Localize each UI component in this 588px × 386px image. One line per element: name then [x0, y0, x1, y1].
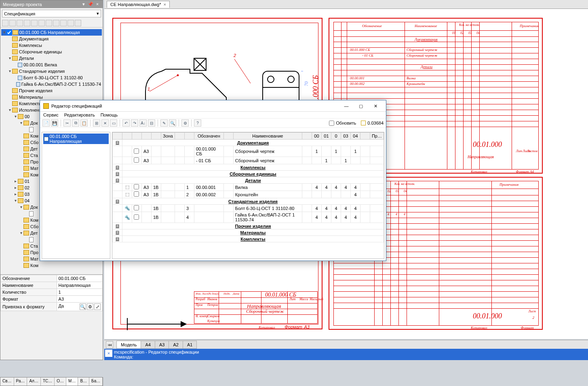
bottom-tab[interactable]: Ба… — [89, 378, 103, 386]
tree-row[interactable]: Гайка 6-Ан.Окс/ВАП-2-ОСТ 1 11530-74 — [1, 81, 102, 87]
close-icon[interactable]: × — [95, 2, 100, 6]
tree-row[interactable]: ▾Стандартные изделия — [1, 68, 102, 74]
view-tab[interactable]: A1 — [183, 341, 197, 349]
document-tab[interactable]: СЕ Направляющая.dwg* × — [107, 1, 170, 8]
tree-row[interactable]: ▾Детали — [1, 55, 102, 62]
pushpin-icon[interactable]: 📌 — [88, 2, 93, 7]
bottom-tab[interactable]: М… — [66, 378, 78, 386]
tool-zoom[interactable]: 🔍 — [169, 119, 176, 127]
menu-edit[interactable]: Редактировать — [64, 112, 95, 117]
tabs-nav-first[interactable]: ⏮ — [106, 341, 113, 348]
row-checkbox[interactable] — [134, 214, 139, 220]
tool-2[interactable] — [9, 20, 16, 26]
refresh-checkbox[interactable] — [329, 121, 334, 126]
bottom-tab[interactable]: Ал… — [27, 378, 41, 386]
tree-row[interactable]: Ком — [1, 262, 102, 269]
spec-table[interactable]: ЗонаОбозначенНаименование000100304Пр…⊟До… — [112, 132, 384, 259]
spec-row[interactable]: 🔩1В4Гайка 6-Ан.Окс/ВАП-2-ОСТ 1 11530-744… — [113, 212, 384, 223]
minimize-button[interactable]: — — [339, 102, 354, 110]
tool-11[interactable] — [75, 20, 81, 26]
tool-help[interactable]: ? — [194, 119, 201, 127]
bottom-tab[interactable]: Ис… — [103, 378, 103, 386]
row-checkbox[interactable] — [134, 191, 139, 197]
row-checkbox[interactable] — [134, 205, 139, 210]
panel-bottom-tabs[interactable]: Св…Ра…Ал…ТС…О…М…В…Ба…Ис… — [0, 377, 103, 386]
spec-row[interactable]: ⊟Материалы — [113, 229, 384, 236]
spec-row[interactable]: А3- 01 СБСборочный чертеж11 — [113, 157, 384, 164]
tool-7[interactable] — [46, 20, 52, 26]
tool-pen[interactable]: ✎ — [160, 119, 168, 127]
row-checkbox[interactable] — [134, 184, 139, 189]
row-checkbox[interactable] — [134, 148, 139, 154]
tool-copy[interactable]: ⧉ — [72, 119, 79, 127]
spec-row[interactable]: ⊟Стандартные изделия — [113, 198, 384, 205]
spec-row[interactable]: ⊟Сборочные единицы — [113, 171, 384, 177]
tool-sort[interactable]: A↓ — [139, 119, 147, 127]
prop-tool[interactable]: 🔍 — [80, 303, 86, 310]
tool-9[interactable] — [60, 20, 67, 26]
view-tab[interactable]: A4 — [141, 341, 155, 349]
bottom-tab[interactable]: ТС… — [41, 378, 55, 386]
bottom-tab[interactable]: Св… — [0, 378, 14, 386]
tree-row[interactable]: Документация — [1, 36, 102, 42]
panel-title-bar[interactable]: Менеджер проекта ▾ 📌 × — [0, 0, 103, 8]
tab-close-icon[interactable]: × — [163, 2, 166, 7]
view-tab[interactable]: Модель — [116, 341, 141, 349]
tool-del[interactable]: ✕ — [101, 119, 109, 127]
tool-3[interactable] — [17, 20, 23, 26]
spec-row[interactable]: ⊟Детали — [113, 177, 384, 184]
tool-cut[interactable]: ✂ — [63, 119, 71, 127]
tree-row[interactable]: Комплексы — [1, 42, 102, 49]
dialog-tree[interactable]: 00.01.000 СБ Направляющая — [42, 132, 110, 259]
svg-point-6 — [268, 76, 274, 83]
tool-save[interactable]: 💾 — [51, 119, 58, 127]
cmd-close-icon[interactable]: × — [105, 350, 112, 357]
tool-1[interactable] — [2, 20, 8, 26]
chevron-down-icon: ▾ — [97, 11, 99, 16]
tool-6[interactable] — [38, 20, 45, 26]
menu-help[interactable]: Помощь — [101, 112, 118, 117]
tool-grid[interactable]: ⊞ — [93, 119, 100, 127]
tree-row[interactable]: ▾00.01.000 СБ Направляющая — [1, 29, 102, 36]
spec-row[interactable]: ⊟Документация — [113, 140, 384, 146]
tool-10[interactable] — [67, 20, 74, 26]
tree-row[interactable]: Прочие изделия — [1, 87, 102, 94]
spec-type-combo[interactable]: Спецификация ▾ — [2, 10, 101, 17]
tool-paste[interactable]: 📋 — [80, 119, 88, 127]
tool-5[interactable] — [31, 20, 38, 26]
spec-row[interactable]: ⬚А31В200.00.002Кронштейн4 — [113, 191, 384, 198]
maximize-button[interactable]: ▢ — [354, 102, 368, 110]
bottom-tab[interactable]: О… — [55, 378, 66, 386]
bottom-tab[interactable]: В… — [78, 378, 89, 386]
pin-icon[interactable]: ▾ — [81, 2, 86, 7]
spec-row[interactable]: ⊟Прочие изделия — [113, 223, 384, 229]
view-tab[interactable]: A3 — [155, 341, 169, 349]
prop-tool[interactable]: ⤢ — [94, 303, 101, 310]
tool-redo[interactable]: ↷ — [131, 119, 138, 127]
close-button[interactable]: ✕ — [368, 102, 383, 110]
tool-8[interactable] — [53, 20, 59, 26]
row-checkbox[interactable] — [134, 157, 139, 163]
command-line[interactable]: × mcspecification - Редактор спецификаци… — [104, 349, 588, 360]
tool-4[interactable] — [24, 20, 30, 26]
tool-new[interactable]: 📄 — [42, 119, 50, 127]
dialog-title-bar[interactable]: Редактор спецификаций — ▢ ✕ — [40, 100, 386, 112]
spec-row[interactable]: 🔩1В3Болт 6-30-Ц-ОСТ 1 31102-8044444 — [113, 205, 384, 212]
view-tab[interactable]: A2 — [169, 341, 183, 349]
tree-row[interactable]: Сборочные единицы — [1, 49, 102, 55]
tool-sel[interactable]: ▭ — [110, 119, 117, 127]
tool-undo[interactable]: ↶ — [122, 119, 130, 127]
spec-row[interactable]: ⬚А31В100.00.001Вилка44444 — [113, 184, 384, 191]
tool-tree[interactable]: ⊟ — [148, 119, 155, 127]
tool-props[interactable]: ⚙ — [181, 119, 189, 127]
menu-service[interactable]: Сервис — [43, 112, 59, 117]
spec-row[interactable]: ⊟Комплексы — [113, 164, 384, 171]
spec-row[interactable]: ⊟Комплекты — [113, 236, 384, 242]
prop-tool[interactable]: ⚙ — [87, 303, 93, 310]
bottom-tab[interactable]: Ра… — [14, 378, 27, 386]
dialog-tree-item[interactable]: 00.01.000 СБ Направляющая — [43, 134, 109, 144]
tree-row[interactable]: Материалы — [1, 94, 102, 100]
spec-row[interactable]: А300.01.000 СБСборочный чертеж111 — [113, 146, 384, 157]
tree-row[interactable]: 00.00.001 Вилка — [1, 62, 102, 68]
tree-row[interactable]: Болт 6-30-Ц-ОСТ 1 31102-80 — [1, 74, 102, 81]
